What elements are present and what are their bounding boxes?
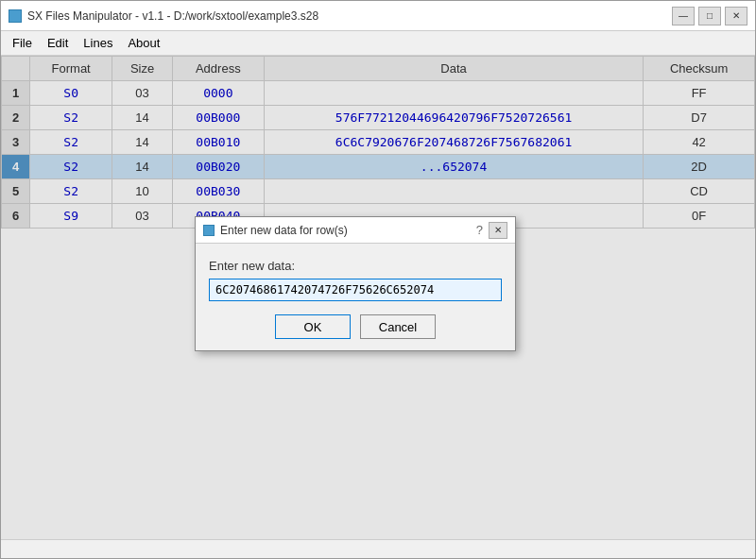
app-icon <box>9 9 22 23</box>
menu-edit[interactable]: Edit <box>40 33 76 53</box>
dialog-title: Enter new data for row(s) <box>220 224 348 237</box>
maximize-button[interactable]: □ <box>698 7 721 25</box>
dialog-body: Enter new data: OK Cancel <box>196 244 515 350</box>
close-button[interactable]: ✕ <box>725 7 747 25</box>
dialog-overlay: Enter new data for row(s) ? ✕ Enter new … <box>1 56 755 539</box>
dialog-title-left: Enter new data for row(s) <box>203 224 348 237</box>
dialog-cancel-button[interactable]: Cancel <box>360 314 436 339</box>
status-bar <box>1 539 755 558</box>
menu-lines[interactable]: Lines <box>76 33 120 53</box>
dialog-ok-button[interactable]: OK <box>275 314 351 339</box>
menu-about[interactable]: About <box>120 33 167 53</box>
title-bar: SX Files Manipulator - v1.1 - D:/work/sx… <box>1 1 755 31</box>
menu-bar: File Edit Lines About <box>1 31 755 56</box>
dialog-title-right: ? ✕ <box>476 222 507 239</box>
minimize-button[interactable]: — <box>672 7 695 25</box>
dialog-icon <box>203 225 215 236</box>
window-title: SX Files Manipulator - v1.1 - D:/work/sx… <box>27 9 318 23</box>
window-controls: — □ ✕ <box>672 7 747 25</box>
main-window: SX Files Manipulator - v1.1 - D:/work/sx… <box>0 0 756 559</box>
menu-file[interactable]: File <box>5 33 40 53</box>
dialog-buttons: OK Cancel <box>209 314 502 339</box>
table-area: Format Size Address Data Checksum 1 S0 0… <box>1 56 755 539</box>
dialog-help-button[interactable]: ? <box>476 223 483 237</box>
title-bar-left: SX Files Manipulator - v1.1 - D:/work/sx… <box>9 9 318 23</box>
dialog: Enter new data for row(s) ? ✕ Enter new … <box>195 216 516 351</box>
dialog-data-input[interactable] <box>209 279 502 301</box>
dialog-label: Enter new data: <box>209 259 502 273</box>
dialog-close-button[interactable]: ✕ <box>489 222 507 239</box>
dialog-titlebar: Enter new data for row(s) ? ✕ <box>196 217 515 244</box>
